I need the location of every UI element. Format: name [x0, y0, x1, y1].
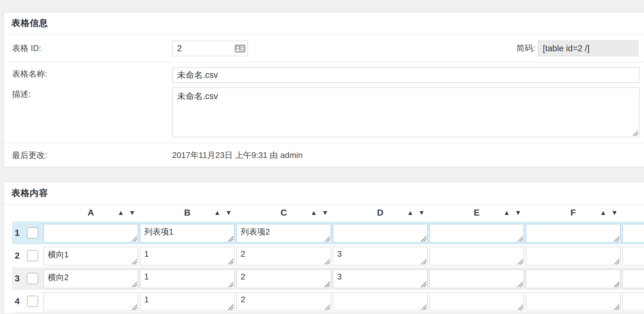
cell-textarea-F3[interactable]	[526, 269, 621, 288]
tablepress-edit-page: 表格信息 表格 ID: 简码: 表格名称: 描述: 未命名.csv 最后更改: …	[0, 0, 644, 314]
cell-textarea-E1[interactable]	[429, 224, 524, 243]
resize-grip-icon[interactable]	[421, 236, 426, 242]
cell-textarea-C2[interactable]: 2	[236, 247, 331, 266]
cell-textarea-B3[interactable]: 1	[140, 269, 235, 288]
row-5-stripe-partial	[12, 312, 644, 314]
cell-textarea-C3[interactable]: 2	[236, 269, 331, 288]
cell-F4	[526, 292, 621, 311]
description-textarea[interactable]: 未命名.csv	[172, 87, 640, 137]
cell-G3	[622, 269, 644, 288]
resize-grip-icon[interactable]	[131, 281, 137, 287]
resize-grip-icon[interactable]	[421, 304, 426, 310]
cell-G1	[622, 224, 644, 243]
resize-grip-icon[interactable]	[614, 259, 619, 264]
row-checkbox-1[interactable]	[27, 227, 38, 239]
cell-textarea-A3[interactable]: 横向2	[43, 269, 138, 288]
resize-grip-icon[interactable]	[632, 130, 638, 136]
cell-A2: 横向1	[43, 247, 138, 266]
cell-textarea-F1[interactable]	[526, 224, 621, 243]
cell-C4: 2	[236, 292, 331, 311]
row-checkbox-4[interactable]	[27, 296, 38, 307]
cell-textarea-G3[interactable]	[622, 269, 644, 288]
description-label: 描述:	[12, 89, 31, 100]
resize-grip-icon[interactable]	[517, 281, 523, 287]
table-name-label: 表格名称:	[12, 62, 47, 85]
sort-asc-icon-A[interactable]: ▲	[116, 205, 125, 221]
row-checkbox-3[interactable]	[27, 273, 38, 284]
resize-grip-icon[interactable]	[131, 304, 137, 310]
sort-desc-icon-C[interactable]: ▼	[321, 205, 330, 221]
resize-grip-icon[interactable]	[131, 259, 137, 264]
resize-grip-icon[interactable]	[324, 304, 330, 310]
cell-textarea-D3[interactable]: 3	[333, 269, 428, 288]
resize-grip-icon[interactable]	[421, 281, 426, 287]
cell-textarea-B4[interactable]: 1	[140, 292, 235, 311]
cell-textarea-C4[interactable]: 2	[236, 292, 331, 311]
resize-grip-icon[interactable]	[324, 259, 330, 264]
resize-grip-icon[interactable]	[517, 259, 523, 264]
resize-grip-icon[interactable]	[228, 236, 233, 242]
cell-B1: 列表项1	[140, 224, 235, 243]
column-header-F: F ▲ ▼	[526, 205, 622, 221]
resize-grip-icon[interactable]	[228, 304, 233, 310]
cell-F3	[526, 269, 621, 288]
cell-textarea-A1[interactable]	[43, 224, 138, 243]
column-header-C: C ▲ ▼	[236, 205, 333, 221]
column-header-D: D ▲ ▼	[333, 205, 429, 221]
cell-textarea-A2[interactable]: 横向1	[43, 247, 138, 266]
cell-D2: 3	[333, 247, 428, 266]
cell-textarea-D1[interactable]	[333, 224, 428, 243]
cell-textarea-C1[interactable]: 列表项2	[236, 224, 331, 243]
resize-grip-icon[interactable]	[324, 281, 330, 287]
sort-asc-icon-B[interactable]: ▲	[213, 205, 222, 221]
table-name-input[interactable]	[172, 67, 640, 83]
cell-textarea-D4[interactable]	[333, 292, 428, 311]
cell-C3: 2	[236, 269, 331, 288]
table-id-field-wrap	[172, 41, 248, 56]
resize-grip-icon[interactable]	[614, 281, 619, 287]
cell-textarea-F2[interactable]	[526, 247, 621, 266]
resize-grip-icon[interactable]	[614, 304, 619, 310]
sort-asc-icon-F[interactable]: ▲	[599, 205, 608, 221]
cell-textarea-D2[interactable]: 3	[333, 247, 428, 266]
cell-textarea-G2[interactable]	[622, 247, 644, 266]
cell-textarea-E4[interactable]	[429, 292, 524, 311]
cell-E2	[429, 247, 524, 266]
sort-asc-icon-E[interactable]: ▲	[502, 205, 511, 221]
cell-textarea-A4[interactable]	[43, 292, 138, 311]
resize-grip-icon[interactable]	[517, 236, 523, 242]
resize-grip-icon[interactable]	[228, 259, 233, 264]
shortcode-input[interactable]	[538, 41, 638, 56]
resize-grip-icon[interactable]	[324, 236, 330, 242]
resize-grip-icon[interactable]	[131, 236, 137, 242]
table-content-title: 表格内容	[11, 181, 48, 204]
sort-desc-icon-E[interactable]: ▼	[514, 205, 523, 221]
cell-textarea-B1[interactable]: 列表项1	[140, 224, 235, 243]
sort-desc-icon-A[interactable]: ▼	[128, 205, 137, 221]
sort-desc-icon-D[interactable]: ▼	[417, 205, 426, 221]
resize-grip-icon[interactable]	[614, 236, 619, 242]
cell-B3: 1	[140, 269, 235, 288]
cell-F1	[526, 224, 621, 243]
cell-D3: 3	[333, 269, 428, 288]
sort-desc-icon-B[interactable]: ▼	[224, 205, 233, 221]
resize-grip-icon[interactable]	[228, 281, 233, 287]
cell-textarea-F4[interactable]	[526, 292, 621, 311]
cell-textarea-B2[interactable]: 1	[140, 247, 235, 266]
cell-textarea-G4[interactable]	[622, 292, 644, 311]
cell-F2	[526, 247, 621, 266]
cell-textarea-G1[interactable]	[622, 224, 644, 243]
table-row-2: 2 横向1 1 2 3	[12, 244, 644, 267]
cell-textarea-E2[interactable]	[429, 247, 524, 266]
row-checkbox-2[interactable]	[27, 250, 38, 261]
resize-grip-icon[interactable]	[421, 259, 426, 264]
cell-textarea-E3[interactable]	[429, 269, 524, 288]
sort-desc-icon-F[interactable]: ▼	[610, 205, 619, 221]
cell-B2: 1	[140, 247, 235, 266]
resize-grip-icon[interactable]	[517, 304, 523, 310]
cell-G2	[622, 247, 644, 266]
cell-E4	[429, 292, 524, 311]
cell-D1	[333, 224, 428, 243]
sort-asc-icon-D[interactable]: ▲	[406, 205, 415, 221]
sort-asc-icon-C[interactable]: ▲	[309, 205, 318, 221]
